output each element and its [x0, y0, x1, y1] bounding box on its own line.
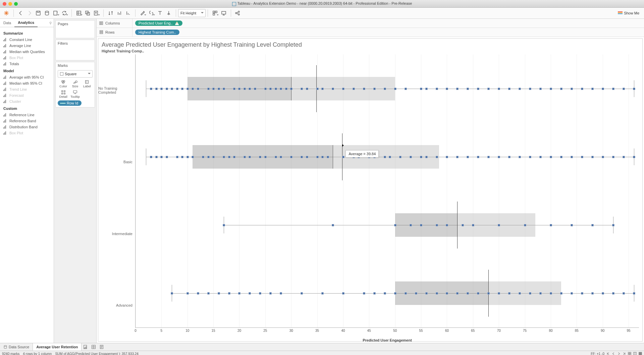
data-point[interactable]: [519, 88, 521, 90]
data-point[interactable]: [571, 156, 573, 158]
columns-pill[interactable]: Predicted User Eng..: [135, 20, 182, 26]
marks-label[interactable]: Label: [82, 79, 93, 89]
data-point[interactable]: [176, 156, 178, 158]
group-dropdown[interactable]: [147, 9, 156, 17]
refresh-dropdown[interactable]: [60, 9, 69, 17]
data-point[interactable]: [436, 88, 438, 90]
rows-pill[interactable]: Highest Training Com..: [135, 30, 179, 35]
data-point[interactable]: [581, 88, 583, 90]
new-data-button[interactable]: [43, 9, 51, 17]
data-point[interactable]: [155, 156, 158, 158]
analytics-item[interactable]: Reference Band: [0, 118, 54, 124]
data-point[interactable]: [410, 224, 412, 226]
fit-dropdown[interactable]: Fit Height: [178, 9, 206, 17]
new-sheet-dropdown[interactable]: [51, 9, 60, 17]
analytics-item[interactable]: Distribution Band: [0, 124, 54, 130]
data-point[interactable]: [249, 292, 251, 295]
data-point[interactable]: [456, 292, 459, 295]
data-point[interactable]: [269, 292, 272, 295]
data-point[interactable]: [223, 224, 225, 226]
data-point[interactable]: [212, 88, 215, 90]
data-point[interactable]: [477, 88, 479, 90]
data-point[interactable]: [612, 156, 614, 158]
data-point[interactable]: [487, 88, 490, 90]
presentation-button[interactable]: [219, 9, 228, 17]
tab-data[interactable]: Data: [0, 19, 14, 27]
data-point[interactable]: [591, 88, 594, 90]
view-full-icon[interactable]: [639, 352, 642, 355]
find-icon[interactable]: ⚲: [47, 21, 54, 25]
rows-shelf[interactable]: Rows Highest Training Com..: [97, 28, 644, 37]
data-point[interactable]: [150, 88, 152, 90]
new-dashboard-tab[interactable]: [90, 343, 98, 351]
data-point[interactable]: [197, 292, 199, 295]
swap-button[interactable]: [106, 9, 115, 17]
sort-asc-button[interactable]: [115, 9, 124, 17]
data-point[interactable]: [529, 156, 531, 158]
data-point[interactable]: [249, 88, 251, 90]
analytics-item[interactable]: Constant Line: [0, 37, 54, 43]
data-point[interactable]: [176, 88, 178, 90]
data-point[interactable]: [373, 292, 376, 295]
data-point[interactable]: [218, 292, 220, 295]
nav-prev-icon[interactable]: [612, 352, 615, 355]
data-point[interactable]: [342, 292, 344, 295]
data-point[interactable]: [467, 156, 469, 158]
data-point[interactable]: [301, 156, 303, 158]
new-story-tab[interactable]: [98, 343, 106, 351]
data-point[interactable]: [405, 292, 407, 295]
data-point[interactable]: [425, 156, 428, 158]
data-point[interactable]: [192, 88, 194, 90]
data-point[interactable]: [487, 156, 490, 158]
data-point[interactable]: [436, 156, 438, 158]
data-point[interactable]: [160, 88, 163, 90]
data-point[interactable]: [560, 88, 562, 90]
data-point[interactable]: [342, 88, 344, 90]
data-point[interactable]: [275, 88, 277, 90]
data-point[interactable]: [290, 156, 292, 158]
analytics-item[interactable]: Median with 95% CI: [0, 80, 54, 86]
data-point[interactable]: [389, 156, 391, 158]
nav-last-icon[interactable]: [623, 352, 626, 355]
data-point[interactable]: [633, 88, 635, 90]
data-point[interactable]: [228, 292, 230, 295]
pin-button[interactable]: [164, 9, 173, 17]
data-point[interactable]: [160, 156, 163, 158]
data-point[interactable]: [280, 156, 282, 158]
data-point[interactable]: [560, 292, 562, 295]
data-point[interactable]: [181, 88, 183, 90]
data-point[interactable]: [363, 292, 365, 295]
data-point[interactable]: [498, 224, 500, 226]
data-point[interactable]: [399, 156, 401, 158]
data-point[interactable]: [456, 156, 459, 158]
data-point[interactable]: [186, 88, 189, 90]
mark-type-dropdown[interactable]: Square: [58, 70, 93, 78]
data-point[interactable]: [633, 156, 635, 158]
view-grid-icon[interactable]: [628, 352, 631, 355]
data-point[interactable]: [550, 88, 552, 90]
data-point[interactable]: [550, 224, 552, 226]
data-point[interactable]: [321, 88, 324, 90]
data-point[interactable]: [186, 292, 189, 295]
data-point[interactable]: [462, 224, 464, 226]
data-point[interactable]: [155, 88, 158, 90]
sort-desc-button[interactable]: [124, 9, 132, 17]
data-point[interactable]: [269, 88, 272, 90]
data-point[interactable]: [244, 156, 246, 158]
data-point[interactable]: [264, 156, 267, 158]
data-point[interactable]: [420, 224, 422, 226]
data-point[interactable]: [425, 292, 428, 295]
data-point[interactable]: [150, 156, 152, 158]
data-point[interactable]: [539, 88, 542, 90]
data-point[interactable]: [316, 88, 319, 90]
data-point[interactable]: [342, 156, 344, 158]
data-point[interactable]: [259, 292, 261, 295]
row-id-pill[interactable]: Row Id: [58, 100, 82, 106]
visualization[interactable]: Average Predicted User Engagement by Hig…: [98, 38, 643, 342]
data-point[interactable]: [321, 156, 324, 158]
data-point[interactable]: [529, 88, 531, 90]
data-point[interactable]: [425, 88, 428, 90]
show-cards-dropdown[interactable]: [211, 9, 219, 17]
data-point[interactable]: [508, 292, 511, 295]
share-button[interactable]: [233, 9, 242, 17]
